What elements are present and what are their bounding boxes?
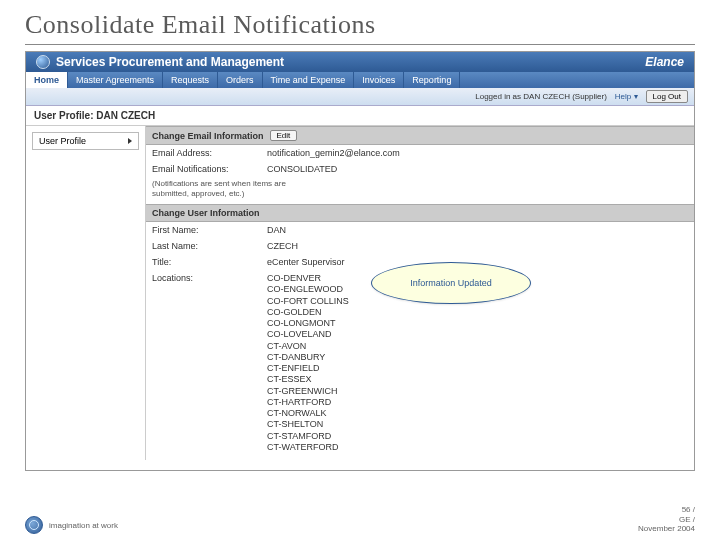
notification-note: (Notifications are sent when items are s…: [146, 177, 326, 204]
right-panel: Change Email Information Edit Email Addr…: [146, 126, 694, 460]
email-address-value: notification_gemin2@elance.com: [267, 148, 688, 158]
app-logo-icon: [36, 55, 50, 69]
location-item: CT-HARTFORD: [267, 397, 688, 408]
email-address-label: Email Address:: [152, 148, 267, 158]
slide-title: Consolidate Email Notifications: [0, 0, 720, 44]
first-name-label: First Name:: [152, 225, 267, 235]
tab-master-agreements[interactable]: Master Agreements: [68, 72, 163, 88]
location-item: CT-GREENWICH: [267, 386, 688, 397]
location-item: CT-DANBURY: [267, 352, 688, 363]
section-email-title: Change Email Information: [152, 131, 264, 141]
location-item: CO-LOVELAND: [267, 329, 688, 340]
title-label: Title:: [152, 257, 267, 267]
tab-invoices[interactable]: Invoices: [354, 72, 404, 88]
location-item: CO-GOLDEN: [267, 307, 688, 318]
locations-label: Locations:: [152, 273, 267, 283]
section-user-title: Change User Information: [152, 208, 260, 218]
location-item: CT-ENFIELD: [267, 363, 688, 374]
info-updated-callout: Information Updated: [371, 262, 531, 304]
tab-requests[interactable]: Requests: [163, 72, 218, 88]
email-notifications-value: CONSOLIDATED: [267, 164, 688, 174]
tab-orders[interactable]: Orders: [218, 72, 263, 88]
app-header: Services Procurement and Management Elan…: [26, 52, 694, 72]
app-header-title: Services Procurement and Management: [56, 55, 284, 69]
location-item: CT-NORWALK: [267, 408, 688, 419]
sidebar-item-label: User Profile: [39, 136, 86, 146]
tab-home[interactable]: Home: [26, 72, 68, 88]
footer-date: November 2004: [638, 524, 695, 534]
email-notifications-label: Email Notifications:: [152, 164, 267, 174]
location-item: CT-SHELTON: [267, 419, 688, 430]
chevron-right-icon: [128, 138, 132, 144]
section-user-header: Change User Information: [146, 204, 694, 222]
logout-button[interactable]: Log Out: [646, 90, 688, 103]
profile-bar: User Profile: DAN CZECH: [26, 106, 694, 126]
location-item: CT-STAMFORD: [267, 431, 688, 442]
tab-reporting[interactable]: Reporting: [404, 72, 460, 88]
ge-logo-icon: [25, 516, 43, 534]
app-body: User Profile Change Email Information Ed…: [26, 126, 694, 460]
tab-time-expense[interactable]: Time and Expense: [263, 72, 355, 88]
app-window: Services Procurement and Management Elan…: [25, 51, 695, 471]
logged-in-text: Logged in as DAN CZECH (Supplier): [475, 92, 607, 101]
sidebar-item-user-profile[interactable]: User Profile: [32, 132, 139, 150]
slide-footer: imagination at work 56 / GE / November 2…: [25, 505, 695, 534]
location-item: CT-ESSEX: [267, 374, 688, 385]
edit-email-button[interactable]: Edit: [270, 130, 298, 141]
title-underline: [25, 44, 695, 45]
last-name-value: CZECH: [267, 241, 688, 251]
section-email-header: Change Email Information Edit: [146, 126, 694, 145]
left-panel: User Profile: [26, 126, 146, 460]
footer-tagline: imagination at work: [49, 521, 118, 530]
footer-org: GE /: [638, 515, 695, 525]
help-link[interactable]: Help ▾: [615, 92, 638, 101]
footer-page: 56 /: [638, 505, 695, 515]
first-name-value: DAN: [267, 225, 688, 235]
app-header-brand: Elance: [645, 55, 684, 69]
sub-bar: Logged in as DAN CZECH (Supplier) Help ▾…: [26, 88, 694, 106]
location-item: CT-WATERFORD: [267, 442, 688, 453]
location-item: CO-LONGMONT: [267, 318, 688, 329]
nav-tabs: Home Master Agreements Requests Orders T…: [26, 72, 694, 88]
location-item: CT-AVON: [267, 341, 688, 352]
last-name-label: Last Name:: [152, 241, 267, 251]
